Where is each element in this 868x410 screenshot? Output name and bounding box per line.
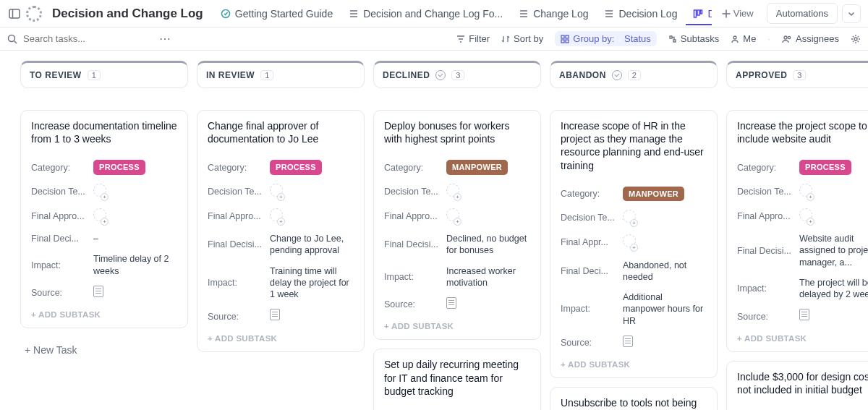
category-badge: PROCESS	[93, 160, 145, 174]
svg-rect-12	[566, 35, 569, 38]
svg-point-17	[788, 36, 790, 38]
column-header[interactable]: TO REVIEW1	[20, 61, 188, 88]
filter-button[interactable]: Filter	[456, 33, 490, 44]
tab-3[interactable]: Decision Log	[597, 2, 684, 25]
tab-0[interactable]: Getting Started Guide	[213, 2, 340, 25]
add-subtask[interactable]: + ADD SUBTASK	[208, 328, 354, 343]
card-title: Deploy bonuses for workers with highest …	[384, 119, 530, 145]
column-count: 1	[88, 70, 101, 80]
card-title: Set up daily recurring meeting for IT an…	[384, 358, 530, 398]
svg-point-16	[784, 36, 787, 39]
assignee-add[interactable]: +	[623, 239, 636, 249]
assignee-add[interactable]: +	[799, 189, 812, 199]
column-header[interactable]: IN REVIEW1	[197, 61, 365, 88]
card[interactable]: Increase documentation timeline from 1 t…	[20, 110, 188, 328]
document-icon[interactable]	[270, 309, 280, 320]
assignee-add[interactable]: +	[270, 213, 283, 223]
card[interactable]: Include $3,000 for design cost, not incl…	[726, 361, 868, 410]
column: ABANDON2Increase scope of HR in the proj…	[550, 61, 718, 410]
topbar: Decision and Change Log Getting Started …	[0, 0, 868, 27]
category-badge: PROCESS	[270, 160, 322, 174]
svg-rect-14	[566, 40, 569, 43]
add-subtask[interactable]: + ADD SUBTASK	[384, 316, 530, 330]
column: TO REVIEW1Increase documentation timelin…	[20, 61, 188, 410]
category-badge: MANPOWER	[623, 187, 684, 201]
tab-icon	[519, 9, 529, 19]
column-count: 3	[793, 70, 806, 80]
status-check-icon	[612, 70, 622, 80]
me-button[interactable]: Me	[731, 33, 756, 44]
document-icon[interactable]	[623, 336, 633, 347]
document-icon[interactable]	[446, 297, 456, 309]
search-input[interactable]	[23, 33, 153, 44]
card-title: Change final approver of documentation t…	[208, 119, 354, 145]
new-task-button[interactable]: + New Task	[20, 337, 188, 363]
more-chevron[interactable]	[842, 4, 861, 23]
toolbar: ⋯ Filter Sort by Group by: Status Subtas…	[0, 27, 868, 51]
svg-point-9	[9, 35, 15, 41]
assignee-add[interactable]: +	[623, 215, 636, 225]
assignee-add[interactable]: +	[270, 189, 283, 199]
column-header[interactable]: ABANDON2	[550, 61, 718, 88]
assignee-add[interactable]: +	[799, 213, 812, 223]
card-title: Unsubscribe to tools not being used for …	[561, 396, 707, 410]
add-subtask[interactable]: + ADD SUBTASK	[561, 354, 707, 369]
svg-point-15	[733, 36, 736, 39]
column-header[interactable]: DECLINED3	[373, 61, 541, 88]
tab-2[interactable]: Change Log	[511, 2, 595, 25]
card-title: Increase the project scope to include we…	[737, 119, 868, 145]
loading-icon	[26, 6, 42, 22]
card[interactable]: Increase scope of HR in the project as t…	[550, 110, 718, 378]
assignee-add[interactable]: +	[446, 213, 459, 223]
assignee-add[interactable]: +	[93, 189, 106, 199]
svg-point-18	[854, 38, 857, 40]
svg-line-10	[14, 41, 17, 43]
card-title: Increase documentation timeline from 1 t…	[31, 119, 177, 145]
tabs: Getting Started GuideDecision and Change…	[213, 2, 712, 25]
group-by-button[interactable]: Group by: Status	[555, 31, 657, 46]
document-icon[interactable]	[93, 286, 103, 297]
card[interactable]: Increase the project scope to include we…	[726, 110, 868, 352]
add-view[interactable]: View	[716, 4, 760, 23]
search-more-icon[interactable]: ⋯	[159, 32, 171, 46]
column-count: 1	[260, 70, 273, 80]
column: DECLINED3Deploy bonuses for workers with…	[373, 61, 541, 410]
svg-rect-5	[701, 10, 702, 14]
card-title: Include $3,000 for design cost, not incl…	[737, 370, 868, 396]
card[interactable]: Unsubscribe to tools not being used for …	[550, 387, 718, 410]
tab-1[interactable]: Decision and Change Log Fo...	[341, 2, 510, 25]
settings-icon[interactable]	[851, 34, 861, 44]
tab-icon	[604, 9, 614, 19]
sidebar-toggle-icon[interactable]	[7, 7, 22, 21]
add-subtask[interactable]: + ADD SUBTASK	[737, 328, 868, 343]
svg-rect-0	[9, 9, 20, 18]
assignees-button[interactable]: Assignees	[782, 33, 839, 44]
status-check-icon	[435, 70, 446, 80]
automations-button[interactable]: Automations	[767, 3, 838, 24]
column-count: 2	[628, 70, 641, 80]
category-badge: MANPOWER	[446, 160, 508, 174]
tab-icon	[349, 9, 359, 19]
assignee-add[interactable]: +	[93, 213, 106, 223]
search-icon[interactable]	[7, 34, 17, 44]
svg-rect-3	[694, 10, 697, 17]
card[interactable]: Set up daily recurring meeting for IT an…	[373, 349, 541, 410]
card[interactable]: Change final approver of documentation t…	[197, 110, 365, 352]
tab-icon	[221, 9, 231, 19]
subtasks-button[interactable]: Subtasks	[668, 33, 719, 44]
column: IN REVIEW1Change final approver of docum…	[197, 61, 365, 410]
assignee-add[interactable]: +	[446, 189, 459, 199]
tab-4[interactable]: Decision Board	[686, 2, 711, 25]
page-title: Decision and Change Log	[52, 7, 203, 21]
sort-button[interactable]: Sort by	[501, 33, 543, 44]
card[interactable]: Deploy bonuses for workers with highest …	[373, 110, 541, 340]
column-count: 3	[451, 70, 464, 80]
category-badge: PROCESS	[799, 160, 851, 174]
column-header[interactable]: APPROVED3	[726, 61, 868, 88]
svg-rect-4	[697, 10, 699, 15]
document-icon[interactable]	[799, 309, 809, 320]
add-subtask[interactable]: + ADD SUBTASK	[31, 304, 177, 319]
svg-rect-11	[561, 35, 564, 38]
column: APPROVED3Increase the project scope to i…	[726, 61, 868, 410]
tab-icon	[693, 9, 703, 19]
